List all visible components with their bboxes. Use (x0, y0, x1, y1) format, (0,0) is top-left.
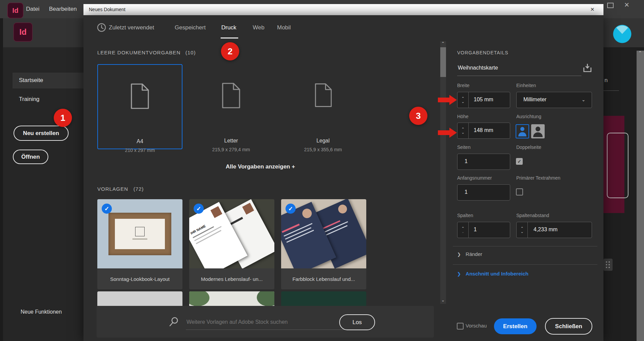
gutter-field[interactable]: ⌃ ⌄ 4,233 mm (516, 222, 592, 238)
new-document-button-label: Neu erstellen (23, 130, 59, 137)
dialog-titlebar[interactable]: Neues Dokument ✕ (83, 4, 603, 15)
margins-label: Ränder (466, 251, 482, 257)
template-selected-badge: ✓ (102, 204, 112, 214)
presets-heading: LEERE DOKUMENTVORGABEN (10) (97, 50, 196, 55)
window-left-edge (0, 18, 3, 341)
margins-expander[interactable]: ❯ Ränder (457, 251, 482, 257)
drag-handle[interactable] (603, 259, 613, 271)
columns-field[interactable]: ⌃ ⌄ 1 (457, 222, 510, 238)
save-preset-icon[interactable] (583, 63, 592, 73)
app-scrollbar[interactable]: ⌃ (637, 51, 644, 341)
gutter-label: Spaltenabstand (516, 213, 549, 218)
facing-pages-checkbox[interactable]: ✓ (516, 158, 523, 165)
start-number-label: Anfangsnummer (457, 175, 492, 181)
stepper-down-icon[interactable]: ⌄ (520, 230, 523, 233)
height-field[interactable]: ⌃ ⌄ 148 mm (457, 123, 510, 139)
units-dropdown[interactable]: Millimeter ⌄ (516, 92, 592, 108)
width-field[interactable]: ⌃ ⌄ 105 mm (457, 92, 510, 108)
tab-gespeichert[interactable]: Gespeichert (175, 24, 206, 31)
pages-value[interactable]: 1 (465, 158, 468, 164)
stepper-down-icon[interactable]: ⌄ (461, 100, 464, 103)
stepper-down-icon[interactable]: ⌄ (461, 230, 464, 233)
thumb-photo (301, 207, 313, 220)
partial-divider (603, 90, 619, 91)
templates-count: (72) (133, 186, 144, 192)
columns-value[interactable]: 1 (474, 227, 477, 233)
preset-card-a4[interactable]: A4 210 x 297 mm (97, 64, 182, 149)
start-number-field[interactable]: 1 (457, 184, 510, 201)
template-card-partial-2[interactable] (189, 291, 274, 306)
width-stepper[interactable]: ⌃ ⌄ (457, 92, 469, 108)
chevron-right-icon: ❯ (457, 271, 461, 277)
sidebar-item-startseite[interactable]: Startseite (13, 73, 83, 88)
app-scrollbar-up-icon[interactable]: ⌃ (638, 51, 642, 55)
orientation-portrait-button[interactable] (516, 124, 529, 138)
details-divider (453, 246, 597, 246)
dialog-scrollbar-down-icon[interactable]: ⌄ (441, 298, 445, 302)
preview-checkbox[interactable] (457, 323, 464, 330)
tab-mobil[interactable]: Mobil (277, 24, 291, 31)
height-value[interactable]: 148 mm (474, 127, 493, 133)
units-value: Millimeter (523, 97, 546, 103)
sidebar-item-training[interactable]: Training (19, 96, 40, 103)
start-number-value[interactable]: 1 (465, 189, 468, 195)
gutter-value[interactable]: 4,233 mm (534, 227, 558, 233)
close-button[interactable]: Schließen (545, 318, 592, 335)
new-document-button[interactable]: Neu erstellen (14, 126, 69, 141)
tab-web[interactable]: Web (253, 24, 265, 31)
tab-zuletzt-verwendet[interactable]: Zuletzt verwendet (109, 24, 154, 31)
indesign-app-icon-text: Id (13, 7, 19, 15)
menu-datei[interactable]: Datei (26, 0, 40, 18)
close-button-label: Schließen (555, 323, 582, 330)
dialog-title: Neues Dokument (89, 7, 125, 12)
height-stepper[interactable]: ⌃ ⌄ (457, 123, 469, 138)
template-card-partial-3[interactable] (281, 291, 366, 306)
preset-card-legal[interactable]: Legal 215,9 x 355,6 mm (281, 64, 365, 148)
facing-pages-label: Doppelseite (516, 145, 541, 150)
primary-frame-checkbox[interactable] (516, 188, 523, 195)
template-card-modern-resume[interactable]: IHR NAME ✓ Modernes Lebenslauf- un... (189, 199, 274, 289)
pages-field[interactable]: 1 (457, 154, 510, 170)
preset-name-input[interactable]: Weihnachtskarte (458, 65, 498, 71)
template-card-colorblock-resume[interactable]: ✓ Farbblock Lebenslauf und... (281, 199, 366, 289)
new-document-dialog: Zuletzt verwendet Gespeichert Druck Web … (83, 15, 603, 341)
annotation-step-1-number: 1 (60, 113, 65, 123)
window-close-button[interactable]: ✕ (624, 1, 629, 9)
thumb-sheet-title: IHR NAME (190, 224, 206, 235)
stock-search-input[interactable]: Weitere Vorlagen auf Adobe Stock suchen (187, 319, 288, 325)
template-card-partial-1[interactable] (97, 291, 182, 306)
indesign-app-icon[interactable]: Id (7, 3, 23, 18)
preset-details-heading: VORGABENDETAILS (457, 50, 509, 55)
bleed-expander[interactable]: ❯ Anschnitt und Infobereich (457, 271, 528, 277)
stepper-down-icon[interactable]: ⌄ (461, 131, 464, 134)
units-label: Einheiten (516, 83, 536, 88)
new-features-link[interactable]: Neue Funktionen (21, 309, 62, 315)
landscape-person-icon (531, 124, 545, 138)
dialog-close-icon[interactable]: ✕ (590, 6, 595, 12)
template-card-lookbook[interactable]: ✓ Sonntag-Lookbook-Layout (97, 199, 182, 289)
width-value[interactable]: 105 mm (474, 97, 493, 103)
thumb-line (282, 224, 300, 233)
annotation-step-3-number: 3 (416, 111, 421, 121)
annotation-arrow-height-head (449, 128, 457, 138)
create-button[interactable]: Erstellen (494, 318, 537, 334)
gutter-stepper[interactable]: ⌃ ⌄ (517, 222, 528, 238)
orientation-landscape-button[interactable] (531, 124, 545, 138)
search-icon (169, 317, 179, 327)
dialog-scrollbar-thumb[interactable] (440, 47, 446, 77)
dialog-scrollbar[interactable]: ⌃ ⌄ (440, 41, 446, 304)
partial-promo-card (603, 116, 624, 213)
dialog-scrollbar-up-icon[interactable]: ⌃ (441, 42, 445, 45)
search-go-button[interactable]: Los (339, 314, 375, 330)
open-button[interactable]: Öffnen (13, 150, 48, 164)
window-restore-button[interactable] (607, 3, 614, 8)
user-avatar[interactable] (613, 25, 631, 43)
search-underline (186, 330, 353, 330)
preset-card-letter[interactable]: Letter 215,9 x 279,4 mm (189, 64, 273, 148)
menu-bearbeiten[interactable]: Bearbeiten (49, 0, 77, 18)
thumb-wood-frame (108, 213, 171, 255)
tab-druck[interactable]: Druck (221, 24, 236, 31)
show-all-presets-link[interactable]: Alle Vorgaben anzeigen + (226, 163, 295, 170)
bleed-label: Anschnitt und Infobereich (466, 271, 528, 277)
columns-stepper[interactable]: ⌃ ⌄ (457, 222, 469, 238)
